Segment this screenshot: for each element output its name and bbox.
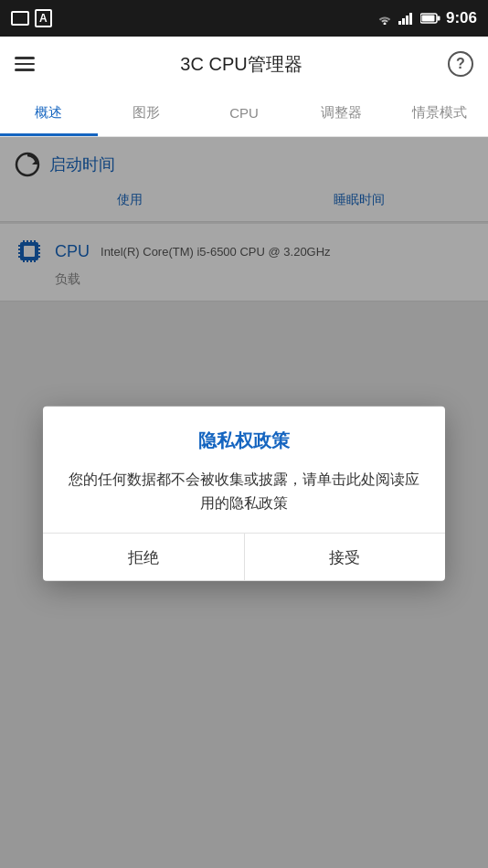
dialog-title: 隐私权政策 bbox=[65, 429, 423, 453]
svg-rect-3 bbox=[409, 13, 412, 25]
svg-rect-6 bbox=[437, 16, 440, 21]
wifi-icon bbox=[377, 12, 393, 25]
tab-scenario[interactable]: 情景模式 bbox=[390, 91, 488, 136]
help-button[interactable]: ? bbox=[448, 51, 473, 77]
battery-icon bbox=[420, 12, 440, 25]
tab-cpu[interactable]: CPU bbox=[196, 91, 293, 136]
dialog-message: 您的任何数据都不会被收集或披露，请单击此处阅读应用的隐私政策 bbox=[65, 468, 423, 514]
tab-overview[interactable]: 概述 bbox=[0, 91, 98, 136]
dialog-buttons: 拒绝 接受 bbox=[43, 533, 445, 581]
accept-button[interactable]: 接受 bbox=[245, 534, 446, 581]
tab-graph[interactable]: 图形 bbox=[98, 91, 196, 136]
status-a-icon: A bbox=[35, 9, 52, 27]
status-time: 9:06 bbox=[446, 9, 477, 27]
hamburger-menu-button[interactable] bbox=[15, 57, 35, 71]
tab-bar: 概述 图形 CPU 调整器 情景模式 bbox=[0, 91, 488, 137]
main-content: 启动时间 使用 睡眠时间 bbox=[0, 137, 488, 868]
status-box-icon bbox=[11, 11, 29, 26]
privacy-dialog: 隐私权政策 您的任何数据都不会被收集或披露，请单击此处阅读应用的隐私政策 拒绝 … bbox=[43, 407, 445, 581]
tab-adjuster[interactable]: 调整器 bbox=[292, 91, 390, 136]
signal-icon bbox=[398, 12, 415, 25]
app-bar: 3C CPU管理器 ? bbox=[0, 37, 488, 91]
status-right-icons: 9:06 bbox=[377, 9, 477, 27]
reject-button[interactable]: 拒绝 bbox=[43, 534, 245, 581]
svg-rect-5 bbox=[421, 16, 434, 22]
status-left-icons: A bbox=[11, 9, 52, 27]
app-title: 3C CPU管理器 bbox=[180, 52, 302, 77]
dialog-content: 隐私权政策 您的任何数据都不会被收集或披露，请单击此处阅读应用的隐私政策 bbox=[43, 407, 445, 514]
status-bar: A 9:06 bbox=[0, 0, 488, 37]
svg-rect-1 bbox=[402, 18, 405, 25]
svg-rect-2 bbox=[406, 16, 408, 25]
svg-rect-0 bbox=[398, 21, 401, 25]
